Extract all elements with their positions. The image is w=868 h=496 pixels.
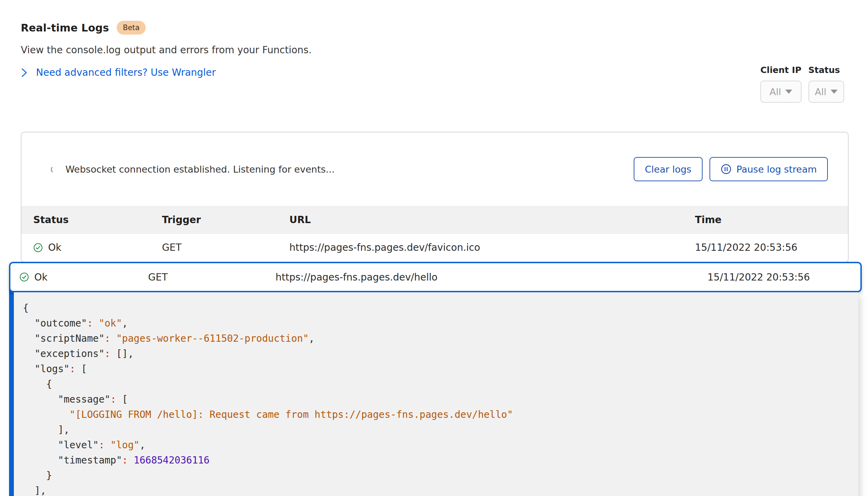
- caret-down-icon: [785, 90, 792, 94]
- status-text: Ok: [34, 272, 47, 283]
- url-cell: https://pages-fns.pages.dev/favicon.ico: [289, 242, 695, 253]
- logs-card: Websocket connection established. Listen…: [21, 132, 849, 263]
- status-dropdown[interactable]: All: [808, 81, 844, 103]
- selected-accent-bar: [9, 277, 14, 496]
- check-circle-icon: [33, 243, 43, 252]
- log-row[interactable]: Ok GET https://pages-fns.pages.dev/favic…: [21, 233, 848, 261]
- column-header-url: URL: [289, 214, 695, 226]
- page-header: Real-time Logs Beta View the console.log…: [21, 21, 311, 78]
- beta-badge: Beta: [117, 21, 146, 35]
- check-circle-icon: [19, 272, 29, 282]
- pause-log-stream-button[interactable]: Pause log stream: [709, 157, 828, 181]
- column-header-trigger: Trigger: [162, 214, 289, 226]
- status-cell: Ok: [33, 242, 162, 253]
- spinner-icon: [50, 165, 59, 174]
- stream-status-bar: Websocket connection established. Listen…: [21, 132, 848, 206]
- status-cell: Ok: [19, 272, 148, 283]
- log-detail-json: { "outcome": "ok", "scriptName": "pages-…: [14, 292, 858, 496]
- page-description: View the console.log output and errors f…: [21, 44, 311, 56]
- trigger-cell: GET: [162, 242, 289, 253]
- pause-log-stream-label: Pause log stream: [736, 164, 817, 175]
- time-cell: 15/11/2022 20:53:56: [707, 272, 849, 283]
- advanced-filters-link-label: Need advanced filters? Use Wrangler: [36, 67, 216, 78]
- time-cell: 15/11/2022 20:53:56: [695, 242, 836, 253]
- client-ip-value: All: [770, 86, 781, 97]
- status-value: All: [815, 86, 826, 97]
- table-header-row: Status Trigger URL Time: [21, 206, 848, 233]
- chevron-right-icon: [21, 67, 28, 78]
- stream-status-message: Websocket connection established. Listen…: [65, 164, 335, 175]
- clear-logs-label: Clear logs: [645, 164, 691, 175]
- filter-client-ip: Client IP All: [760, 65, 802, 103]
- client-ip-dropdown[interactable]: All: [760, 81, 802, 103]
- log-detail-panel: { "outcome": "ok", "scriptName": "pages-…: [14, 292, 858, 496]
- trigger-cell: GET: [148, 272, 275, 283]
- client-ip-label: Client IP: [760, 65, 802, 75]
- clear-logs-button[interactable]: Clear logs: [634, 157, 702, 181]
- column-header-status: Status: [33, 214, 162, 226]
- filters: Client IP All Status All: [760, 65, 844, 103]
- status-label: Status: [808, 65, 844, 75]
- url-cell: https://pages-fns.pages.dev/hello: [275, 272, 707, 283]
- filter-status: Status All: [808, 65, 844, 103]
- caret-down-icon: [831, 90, 838, 94]
- advanced-filters-link[interactable]: Need advanced filters? Use Wrangler: [21, 67, 311, 78]
- expanded-log-entry: Ok GET https://pages-fns.pages.dev/hello…: [9, 262, 862, 496]
- status-text: Ok: [48, 242, 61, 253]
- pause-circle-icon: [721, 164, 732, 175]
- realtime-logs-page: Real-time Logs Beta View the console.log…: [0, 0, 868, 496]
- selected-log-row[interactable]: Ok GET https://pages-fns.pages.dev/hello…: [9, 262, 862, 292]
- page-title: Real-time Logs: [21, 22, 109, 34]
- column-header-time: Time: [695, 214, 836, 226]
